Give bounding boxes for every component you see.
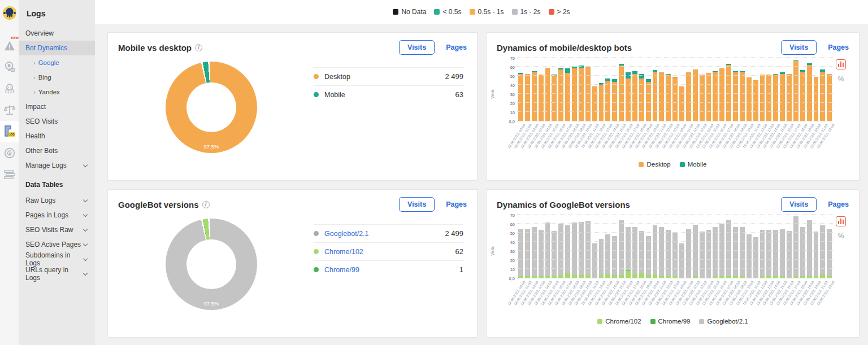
mobile-desktop-bar-chart[interactable] xyxy=(517,58,833,121)
bar-18-06-2022-02-00[interactable] xyxy=(532,71,537,121)
bar-18-06-2022-04-00[interactable] xyxy=(545,222,550,278)
bar-19-06-2022-03-00[interactable] xyxy=(700,75,705,121)
bar-18-06-2022-18-00[interactable] xyxy=(639,74,644,121)
bar-19-06-2022-15-00[interactable] xyxy=(780,229,785,278)
bar-18-06-2022-13-00[interactable] xyxy=(605,78,610,121)
bar-18-06-2022-14-00[interactable] xyxy=(612,236,617,278)
pages-button[interactable]: Pages xyxy=(446,200,467,208)
visits-button[interactable]: Visits xyxy=(781,197,817,212)
bar-19-06-2022-05-00[interactable] xyxy=(713,71,718,121)
bar-19-06-2022-06-00[interactable] xyxy=(719,224,724,278)
logs-icon[interactable]: LOG xyxy=(0,121,19,142)
bar-18-06-2022-06-00[interactable] xyxy=(558,224,563,278)
sidebar-item-seo-visits[interactable]: SEO Visits xyxy=(19,114,95,129)
bar-19-06-2022-18-00[interactable] xyxy=(800,70,805,121)
bar-18-06-2022-10-00[interactable] xyxy=(585,221,591,278)
bar-19-06-2022-15-00[interactable] xyxy=(780,72,785,121)
bar-18-06-2022-01-00[interactable] xyxy=(525,229,530,278)
bar-18-06-2022-16-00[interactable] xyxy=(626,72,631,121)
bar-18-06-2022-13-00[interactable] xyxy=(605,234,610,278)
bar-18-06-2022-07-00[interactable] xyxy=(565,68,570,121)
bar-18-06-2022-02-00[interactable] xyxy=(532,227,537,278)
bar-18-06-2022-05-00[interactable] xyxy=(552,75,557,121)
datasets-icon[interactable] xyxy=(0,164,19,185)
sidebar-item-seo-visits-raw[interactable]: SEO Visits Raw xyxy=(19,222,95,237)
bar-18-06-2022-09-00[interactable] xyxy=(579,222,584,278)
bar-18-06-2022-18-00[interactable] xyxy=(639,231,644,278)
bar-19-06-2022-17-00[interactable] xyxy=(793,216,798,278)
bar-19-06-2022-01-00[interactable] xyxy=(686,72,691,121)
bar-19-06-2022-13-00[interactable] xyxy=(766,230,771,278)
pages-button[interactable]: Pages xyxy=(828,200,849,208)
bar-18-06-2022-10-00[interactable] xyxy=(585,67,591,121)
bar-19-06-2022-06-00[interactable] xyxy=(719,68,724,121)
sidebar-item-overview[interactable]: Overview xyxy=(19,26,95,41)
bar-19-06-2022-01-00[interactable] xyxy=(686,229,691,278)
bar-18-06-2022-00-00[interactable] xyxy=(518,73,523,121)
bar-18-06-2022-15-00[interactable] xyxy=(619,220,624,278)
bar-19-06-2022-00-00[interactable] xyxy=(679,86,684,121)
bar-19-06-2022-13-00[interactable] xyxy=(766,75,771,121)
bar-18-06-2022-20-00[interactable] xyxy=(653,70,658,121)
legend-item--2s[interactable]: > 2s xyxy=(549,8,570,16)
bar-19-06-2022-00-00[interactable] xyxy=(679,243,684,278)
bar-19-06-2022-09-00[interactable] xyxy=(740,71,745,121)
sidebar-item-other-bots[interactable]: Other Bots xyxy=(19,143,95,158)
bar-19-06-2022-10-00[interactable] xyxy=(747,234,752,278)
bar-19-06-2022-18-00[interactable] xyxy=(800,227,805,278)
legend-row-desktop[interactable]: Desktop2 499 xyxy=(314,67,463,85)
bar-18-06-2022-03-00[interactable] xyxy=(539,75,544,121)
bar-19-06-2022-19-00[interactable] xyxy=(807,220,812,278)
legend-item-mobile[interactable]: Mobile xyxy=(680,161,707,168)
bar-18-06-2022-11-00[interactable] xyxy=(592,86,597,121)
legend-row-googlebot-2-1[interactable]: Googlebot/2.12 499 xyxy=(314,224,463,242)
bar-19-06-2022-22-00[interactable] xyxy=(827,74,832,121)
sidebar-item-google[interactable]: ›Google xyxy=(19,55,95,70)
bar-18-06-2022-16-00[interactable] xyxy=(626,227,631,278)
pages-button[interactable]: Pages xyxy=(828,43,849,51)
series-label[interactable]: Chrome/99 xyxy=(324,266,359,274)
legend-row-chrome-102[interactable]: Chrome/10262 xyxy=(314,242,463,260)
bar-18-06-2022-23-00[interactable] xyxy=(672,233,678,278)
sidebar-item-raw-logs[interactable]: Raw Logs xyxy=(19,193,95,208)
bar-18-06-2022-22-00[interactable] xyxy=(666,74,671,121)
bar-19-06-2022-21-00[interactable] xyxy=(820,69,825,121)
bar-18-06-2022-11-00[interactable] xyxy=(592,243,597,278)
sidebar-item-pages-in-logs[interactable]: Pages in Logs xyxy=(19,208,95,222)
bar-18-06-2022-15-00[interactable] xyxy=(619,64,624,121)
bar-19-06-2022-21-00[interactable] xyxy=(820,225,825,278)
bar-19-06-2022-20-00[interactable] xyxy=(814,77,819,121)
legend-row-mobile[interactable]: Mobile63 xyxy=(314,85,463,103)
bar-19-06-2022-12-00[interactable] xyxy=(760,230,765,278)
bar-18-06-2022-20-00[interactable] xyxy=(653,225,658,278)
sidebar-item-impact[interactable]: Impact xyxy=(19,99,95,114)
bar-19-06-2022-10-00[interactable] xyxy=(747,77,752,121)
bar-18-06-2022-23-00[interactable] xyxy=(672,77,678,121)
bar-19-06-2022-09-00[interactable] xyxy=(740,227,745,278)
bar-19-06-2022-11-00[interactable] xyxy=(753,237,758,278)
bar-19-06-2022-16-00[interactable] xyxy=(787,231,792,278)
legend-item-1s-2s[interactable]: 1s - 2s xyxy=(512,8,541,16)
bar-19-06-2022-14-00[interactable] xyxy=(773,74,778,121)
bar-18-06-2022-21-00[interactable] xyxy=(659,72,664,121)
info-icon[interactable]: i xyxy=(195,44,202,51)
bar-18-06-2022-17-00[interactable] xyxy=(632,71,637,121)
bar-19-06-2022-08-00[interactable] xyxy=(733,227,738,278)
bar-18-06-2022-03-00[interactable] xyxy=(539,230,544,278)
octopus-icon[interactable] xyxy=(0,78,19,99)
logo-icon[interactable] xyxy=(0,0,19,26)
bar-19-06-2022-19-00[interactable] xyxy=(807,63,812,121)
mobile-desktop-donut-chart[interactable]: 97.5% xyxy=(166,62,257,153)
sidebar-item-bot-dynamics[interactable]: Bot Dynamics xyxy=(19,41,95,55)
legend-item-desktop[interactable]: Desktop xyxy=(639,161,670,168)
bar-18-06-2022-06-00[interactable] xyxy=(558,68,563,121)
bar-19-06-2022-02-00[interactable] xyxy=(693,69,698,121)
legend-item--0-5s[interactable]: < 0.5s xyxy=(434,8,461,16)
visits-button[interactable]: Visits xyxy=(399,197,435,212)
legend-item-chrome-99[interactable]: Chrome/99 xyxy=(650,318,691,325)
sidebar-item-bing[interactable]: ›Bing xyxy=(19,70,95,85)
bar-view-toggle-icon[interactable] xyxy=(836,216,846,226)
info-icon[interactable]: i xyxy=(202,201,210,208)
bar-18-06-2022-08-00[interactable] xyxy=(572,222,577,278)
bar-18-06-2022-21-00[interactable] xyxy=(659,227,664,278)
